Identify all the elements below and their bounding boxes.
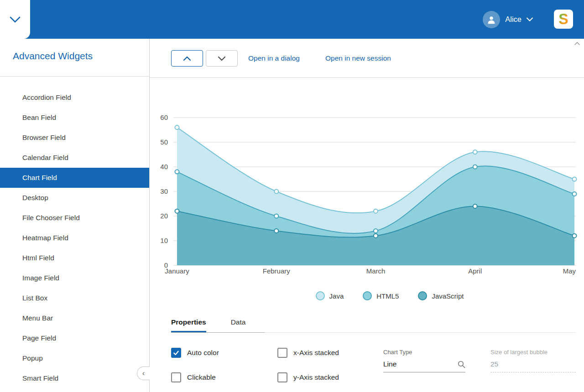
sidebar-item-html-field[interactable]: Html Field [0,248,149,268]
x-tick-label: January [165,267,189,275]
checkbox-clickable[interactable] [171,372,181,382]
chart-type-label: Chart Type [383,349,465,356]
open-in-dialog-link[interactable]: Open in a dialog [248,50,300,67]
sidebar-item-calendar-field[interactable]: Calendar Field [0,148,149,168]
y-tick-label: 50 [160,138,168,146]
data-point-java [175,125,179,129]
bubble-size-field: Size of largest bubble 25 [490,349,576,372]
checkbox-label: Auto color [187,349,219,357]
legend-item-java[interactable]: Java [316,291,344,300]
previous-widget-button[interactable] [171,50,203,67]
checkbox-field-x-axis-stacked[interactable]: x-Axis stacked [277,348,367,358]
checkbox-auto-color[interactable] [171,348,181,358]
sidebar-item-accordion-field[interactable]: Accordion Field [0,88,149,108]
sidebar-item-page-field[interactable]: Page Field [0,328,149,348]
y-tick-label: 40 [160,163,168,170]
next-widget-button[interactable] [206,50,238,67]
sidebar-item-file-chooser-field[interactable]: File Chooser Field [0,208,149,228]
main-content: Open in a dialog Open in new session 010… [150,39,584,392]
y-tick-label: 30 [160,187,168,195]
data-point-javascript [274,229,278,233]
chevron-down-icon [218,56,226,61]
header: Alice S [0,0,584,39]
properties-checkbox-group: Auto colorx-Axis stackedClickabley-Axis … [171,348,367,382]
user-name: Alice [505,15,521,24]
y-tick-label: 10 [160,237,168,244]
legend-swatch [363,291,372,300]
sidebar-item-image-field[interactable]: Image Field [0,268,149,288]
chart-type-value[interactable]: Line [383,360,396,368]
x-tick-label: April [468,267,482,275]
data-point-html5 [175,170,179,174]
legend-swatch [418,291,427,300]
tab-box: PropertiesData [171,315,265,333]
user-icon [486,15,496,25]
legend-item-html5[interactable]: HTML5 [363,291,399,300]
legend-swatch [316,291,325,300]
tabs-divider [265,332,576,333]
chart-type-field[interactable]: Chart Type Line [383,349,465,372]
checkbox-x-axis-stacked[interactable] [277,348,287,358]
svg-text:S: S [558,11,568,27]
scout-logo[interactable]: S [554,10,573,29]
sidebar-item-bean-field[interactable]: Bean Field [0,108,149,128]
chart: 0102030405060JanuaryFebruaryMarchAprilMa… [150,77,584,284]
legend-item-javascript[interactable]: JavaScript [418,291,464,300]
checkbox-field-y-axis-stacked[interactable]: y-Axis stacked [277,372,367,382]
checkbox-label: Clickable [187,373,216,382]
data-point-java [274,190,278,194]
x-tick-label: May [563,267,576,275]
corner-chevron-up-icon[interactable] [574,41,580,46]
data-point-java [573,177,577,181]
data-point-html5 [374,229,378,233]
sidebar-divider [0,76,149,77]
checkbox-label: y-Axis stacked [293,373,339,382]
sidebar-item-browser-field[interactable]: Browser Field [0,128,149,148]
check-icon [172,349,180,356]
tab-data[interactable]: Data [231,315,246,332]
data-point-javascript [175,209,179,213]
sidebar-collapse-button[interactable]: ‹ [137,366,150,380]
legend-label: HTML5 [376,292,399,300]
sidebar: Advanced Widgets Accordion FieldBean Fie… [0,39,150,392]
chevron-up-icon [183,56,191,61]
legend-label: Java [329,292,344,300]
data-point-javascript [374,234,378,238]
bubble-size-value: 25 [490,360,498,368]
sidebar-item-popup[interactable]: Popup [0,348,149,368]
x-tick-label: March [366,267,386,275]
sidebar-item-desktop[interactable]: Desktop [0,188,149,208]
user-menu[interactable]: Alice [483,0,533,39]
avatar [483,11,500,28]
y-tick-label: 20 [160,212,168,220]
checkbox-field-clickable[interactable]: Clickable [171,372,277,382]
data-point-html5 [573,192,577,196]
data-point-java [473,150,477,154]
open-in-new-session-link[interactable]: Open in new session [325,50,391,67]
collapse-left-icon: ‹ [142,369,145,378]
tab-properties[interactable]: Properties [171,315,206,332]
data-point-javascript [473,204,477,208]
data-point-java [374,209,378,213]
data-point-html5 [473,165,477,169]
sidebar-title: Advanced Widgets [13,51,93,62]
chart-legend: JavaHTML5JavaScript [172,290,584,302]
data-point-html5 [274,214,278,218]
x-tick-label: February [263,267,291,275]
sidebar-item-menu-bar[interactable]: Menu Bar [0,308,149,328]
bubble-size-label: Size of largest bubble [490,349,576,356]
sidebar-nav-list: Accordion FieldBean FieldBrowser FieldCa… [0,88,149,388]
scout-logo-icon: S [555,10,572,28]
checkbox-label: x-Axis stacked [293,349,339,357]
sidebar-item-smart-field[interactable]: Smart Field [0,368,149,388]
sidebar-item-chart-field[interactable]: Chart Field [0,168,149,188]
sidebar-item-list-box[interactable]: List Box [0,288,149,308]
chevron-down-icon [9,16,21,23]
sidebar-item-heatmap-field[interactable]: Heatmap Field [0,228,149,248]
data-point-javascript [573,234,577,238]
view-button-tab[interactable] [0,0,30,39]
checkbox-field-auto-color[interactable]: Auto color [171,348,277,358]
search-icon[interactable] [458,361,465,368]
checkbox-y-axis-stacked[interactable] [277,372,287,382]
chevron-down-icon [527,17,533,21]
